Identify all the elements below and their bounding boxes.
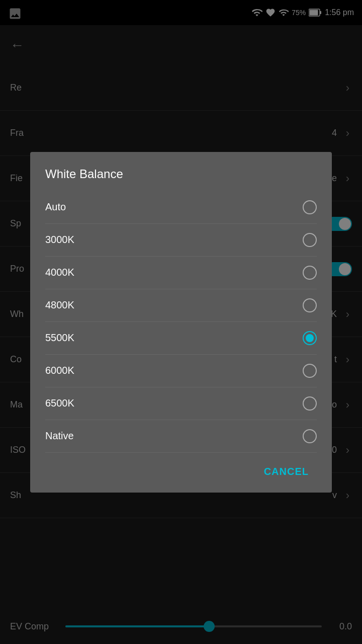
- option-3000k-label: 3000K: [45, 234, 74, 246]
- white-balance-dialog: White Balance Auto 3000K 4000K 4800K 550…: [30, 152, 332, 493]
- option-auto[interactable]: Auto: [45, 191, 317, 224]
- option-native[interactable]: Native: [45, 420, 317, 453]
- option-4000k-label: 4000K: [45, 267, 74, 278]
- option-auto-label: Auto: [45, 201, 66, 213]
- dialog-footer: CANCEL: [45, 453, 317, 482]
- radio-3000k: [303, 233, 317, 247]
- radio-4000k: [303, 266, 317, 280]
- option-6500k[interactable]: 6500K: [45, 387, 317, 420]
- option-3000k[interactable]: 3000K: [45, 224, 317, 257]
- option-5500k-label: 5500K: [45, 332, 74, 344]
- option-4800k-label: 4800K: [45, 299, 74, 311]
- option-4800k[interactable]: 4800K: [45, 289, 317, 322]
- dialog-overlay: White Balance Auto 3000K 4000K 4800K 550…: [0, 0, 362, 644]
- option-6500k-label: 6500K: [45, 397, 74, 409]
- option-6000k-label: 6000K: [45, 365, 74, 376]
- dialog-title: White Balance: [45, 167, 317, 181]
- option-4000k[interactable]: 4000K: [45, 257, 317, 289]
- cancel-button[interactable]: CANCEL: [256, 461, 317, 482]
- radio-native: [303, 429, 317, 443]
- radio-5500k-inner: [306, 334, 314, 342]
- option-native-label: Native: [45, 430, 74, 442]
- radio-4800k: [303, 298, 317, 312]
- radio-5500k: [303, 331, 317, 345]
- radio-6500k: [303, 396, 317, 411]
- radio-6000k: [303, 364, 317, 378]
- option-6000k[interactable]: 6000K: [45, 355, 317, 387]
- option-5500k[interactable]: 5500K: [45, 322, 317, 355]
- radio-auto: [303, 200, 317, 214]
